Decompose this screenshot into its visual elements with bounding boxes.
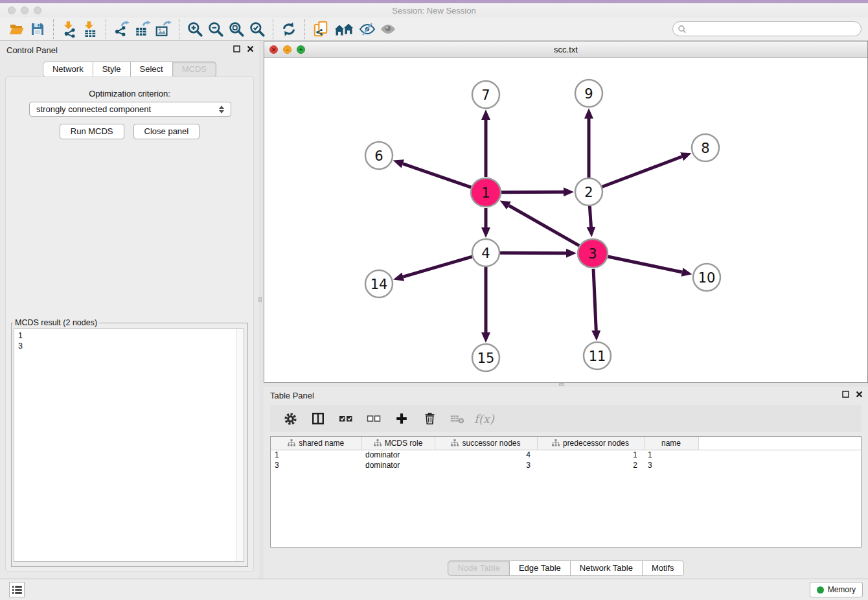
- graph-edge-3-1[interactable]: [509, 205, 580, 246]
- splitter-handle[interactable]: [559, 383, 564, 386]
- control-panel-title: Control Panel: [6, 45, 58, 55]
- table-cell: 3: [435, 460, 537, 470]
- graph-edge-1-2[interactable]: [501, 192, 564, 192]
- network-graph-canvas[interactable]: 7968124314101511: [264, 58, 867, 382]
- home-button[interactable]: [331, 19, 357, 39]
- tab-network-table[interactable]: Network Table: [571, 560, 643, 576]
- zoom-in-button[interactable]: [185, 19, 205, 39]
- graph-node-15[interactable]: 15: [472, 344, 499, 371]
- column-settings-button[interactable]: [279, 408, 301, 430]
- column-header-successor-nodes[interactable]: successor nodes: [435, 437, 537, 450]
- mcds-result-area[interactable]: 1 3: [14, 329, 244, 562]
- search-field[interactable]: [672, 21, 862, 36]
- zoom-out-button[interactable]: [205, 19, 226, 39]
- column-label: MCDS role: [385, 439, 423, 448]
- result-scrollbar[interactable]: [236, 329, 244, 561]
- memory-button[interactable]: Memory: [810, 582, 863, 597]
- node-table[interactable]: shared nameMCDS rolesuccessor nodesprede…: [270, 436, 862, 548]
- graph-edge-1-6[interactable]: [403, 164, 471, 187]
- open-folder-icon: [8, 21, 25, 37]
- import-table-button[interactable]: [80, 19, 100, 39]
- graph-node-label: 8: [701, 141, 709, 156]
- plus-icon: [394, 411, 409, 426]
- vertical-splitter[interactable]: [259, 41, 264, 579]
- graph-node-label: 4: [481, 246, 490, 261]
- select-all-button[interactable]: [335, 408, 357, 430]
- close-panel-icon[interactable]: [856, 391, 863, 398]
- export-table-icon: [134, 21, 151, 38]
- run-mcds-button[interactable]: Run MCDS: [60, 124, 124, 139]
- criterion-select[interactable]: strongly connected component: [29, 102, 231, 117]
- attribute-tree-icon: [288, 439, 295, 446]
- deselect-all-button[interactable]: [363, 408, 385, 430]
- open-file-button[interactable]: [6, 19, 27, 39]
- graph-node-1[interactable]: 1: [471, 178, 501, 207]
- graph-node-2[interactable]: 2: [575, 178, 602, 205]
- network-view-title: scc.txt: [264, 45, 867, 54]
- task-history-button[interactable]: [9, 582, 25, 597]
- column-header-name[interactable]: name: [644, 437, 698, 450]
- column-header-shared-name[interactable]: shared name: [271, 437, 361, 450]
- fx-icon: f(x): [474, 412, 494, 426]
- delete-column-button[interactable]: [418, 408, 440, 430]
- splitter-handle[interactable]: [258, 297, 262, 302]
- close-panel-icon[interactable]: [247, 45, 254, 52]
- table-row[interactable]: 1dominator411: [271, 450, 861, 460]
- mcds-result-text: 1 3: [14, 329, 244, 352]
- import-network-button[interactable]: [59, 19, 80, 39]
- export-network-icon: [113, 21, 130, 38]
- column-label: successor nodes: [462, 439, 520, 448]
- table-row[interactable]: 3dominator323: [271, 460, 861, 470]
- graph-edge-2-3[interactable]: [589, 206, 591, 227]
- graph-node-10[interactable]: 10: [693, 264, 720, 291]
- float-panel-icon[interactable]: [842, 391, 849, 398]
- graph-node-11[interactable]: 11: [584, 342, 611, 369]
- tab-node-table[interactable]: Node Table: [448, 560, 510, 576]
- toolbar-separator: [273, 19, 273, 39]
- export-image-button[interactable]: [153, 19, 174, 39]
- save-session-button[interactable]: [27, 19, 48, 39]
- tab-select[interactable]: Select: [131, 62, 173, 77]
- delete-table-button[interactable]: [446, 408, 468, 430]
- tab-network[interactable]: Network: [43, 62, 93, 77]
- graph-edge-3-10[interactable]: [608, 257, 681, 272]
- graph-edge-4-14[interactable]: [403, 257, 472, 277]
- tab-edge-table[interactable]: Edge Table: [510, 560, 571, 576]
- tab-mcds[interactable]: MCDS: [173, 62, 216, 77]
- checked-boxes-icon: [338, 411, 354, 426]
- graph-edge-3-11[interactable]: [593, 269, 596, 330]
- duplicate-network-button[interactable]: [310, 19, 331, 39]
- create-column-button[interactable]: [391, 408, 413, 430]
- tab-motifs[interactable]: Motifs: [643, 560, 684, 576]
- export-table-button[interactable]: [132, 19, 153, 39]
- search-input[interactable]: [687, 23, 861, 35]
- network-window-titlebar[interactable]: ✕ − + scc.txt: [264, 41, 867, 58]
- export-network-button[interactable]: [111, 19, 132, 39]
- graph-edge-4-3[interactable]: [500, 253, 566, 253]
- graph-edge-2-8[interactable]: [602, 157, 682, 187]
- graph-node-8[interactable]: 8: [692, 134, 719, 161]
- close-panel-button[interactable]: Close panel: [133, 124, 200, 139]
- graph-node-6[interactable]: 6: [365, 142, 393, 169]
- eye-slash-icon: [358, 21, 376, 37]
- zoom-selected-button[interactable]: [247, 19, 268, 39]
- graph-node-4[interactable]: 4: [472, 239, 499, 266]
- zoom-fit-button[interactable]: [226, 19, 247, 39]
- graph-node-9[interactable]: 9: [575, 80, 602, 107]
- birds-eye-view-button[interactable]: [378, 19, 398, 39]
- graph-node-3[interactable]: 3: [578, 239, 608, 268]
- column-header-mcds-role[interactable]: MCDS role: [361, 437, 435, 450]
- column-header-predecessor-nodes[interactable]: predecessor nodes: [537, 437, 644, 450]
- table-header-row[interactable]: shared nameMCDS rolesuccessor nodesprede…: [271, 437, 861, 450]
- tab-style[interactable]: Style: [93, 62, 131, 77]
- graph-node-7[interactable]: 7: [472, 81, 499, 108]
- delete-table-icon: [450, 412, 465, 425]
- refresh-button[interactable]: [279, 19, 299, 39]
- function-builder-button[interactable]: f(x): [474, 408, 494, 430]
- graph-node-14[interactable]: 14: [365, 270, 393, 297]
- table-cell: 1: [537, 450, 644, 460]
- float-panel-icon[interactable]: [233, 45, 240, 52]
- graph-node-label: 3: [588, 246, 597, 262]
- show-columns-button[interactable]: [307, 408, 329, 430]
- hide-graphics-details-button[interactable]: [357, 19, 378, 39]
